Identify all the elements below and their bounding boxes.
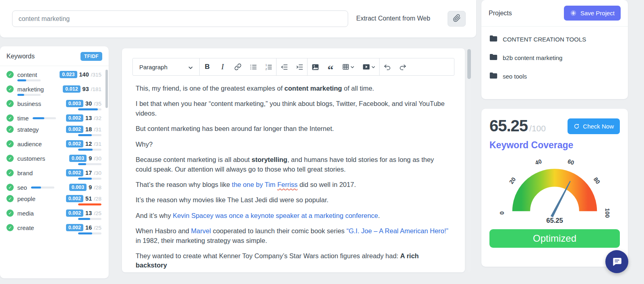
italic-button[interactable]: I (215, 58, 230, 75)
keyword-term: content (17, 71, 37, 78)
indent-button[interactable] (292, 58, 307, 75)
plus-circle-icon (570, 10, 577, 17)
editor-paragraph: And it’s why Kevin Spacey was once a key… (136, 211, 451, 220)
text-run: cooperated to launch their comic book se… (211, 227, 347, 234)
keyword-row[interactable]: ✓time0.00213/32 (6, 112, 101, 123)
undo-button[interactable] (380, 58, 395, 75)
check-icon: ✓ (6, 85, 14, 93)
text-run: storytelling (252, 156, 287, 163)
keyword-row[interactable]: ✓strategy0.00218/31 (6, 123, 101, 137)
check-now-button[interactable]: Check Now (568, 118, 620, 134)
text-link[interactable]: Kevin Spacey was once a keynote speaker … (173, 212, 378, 219)
keyword-term: customers (17, 155, 45, 162)
text-link[interactable]: Marvel (191, 227, 211, 234)
text-link[interactable]: “G.I. Joe – A Real American Hero!” (347, 227, 448, 234)
project-folder-item[interactable]: seo tools (481, 67, 628, 85)
project-folder-item[interactable]: CONTENT CREATION TOOLS (481, 30, 628, 48)
text-run: did so well in 2017. (297, 181, 356, 188)
numbered-list-button[interactable]: 1 2 (261, 58, 276, 75)
text-run: This, my friend, is one of the greatest … (136, 85, 285, 92)
keyword-total: /315 (91, 72, 101, 78)
link-icon (234, 63, 242, 70)
keyword-line: ✓media0.00213/25 (6, 209, 101, 217)
chat-icon (612, 257, 622, 267)
refresh-icon (574, 123, 580, 129)
keyword-total: /28 (94, 184, 101, 191)
keyword-row[interactable]: ✓business0.00330/35 (6, 97, 101, 112)
keyword-progress-fill (78, 134, 92, 136)
project-folder-item[interactable]: b2b content marketing (481, 48, 628, 67)
keyword-metrics: 0.00213/32 (66, 114, 101, 122)
keyword-row[interactable]: ✓content0.023140/315 (6, 68, 101, 83)
keyword-progress-line (6, 149, 101, 151)
check-now-label: Check Now (583, 123, 614, 130)
keyword-row[interactable]: ✓people0.00251/28 (6, 192, 101, 207)
outdent-button[interactable] (277, 58, 292, 75)
bullet-list-button[interactable] (246, 58, 261, 75)
insert-media-button[interactable] (358, 58, 379, 75)
table-icon (342, 63, 349, 70)
editor-paragraph: Why? (136, 140, 451, 149)
redo-button[interactable] (395, 58, 410, 75)
keyword-total: /181 (91, 86, 101, 92)
keyword-row[interactable]: ✓media0.00213/25 (6, 207, 101, 221)
keyword-progress-fill (78, 232, 92, 234)
keyword-metrics: 0.01293/181 (63, 85, 101, 93)
content-scrollbar[interactable] (467, 49, 471, 272)
chevron-down-icon (188, 64, 193, 70)
keyword-progress-line (6, 163, 101, 165)
keywords-list: ✓content0.023140/315✓marketing0.01293/18… (0, 66, 109, 236)
content-scrollbar-thumb[interactable] (467, 49, 471, 79)
keyword-metrics: 0.023140/315 (60, 71, 101, 78)
paragraph-format-dropdown[interactable]: Paragraph (133, 58, 200, 75)
extract-url-button[interactable] (448, 11, 466, 27)
topbar: Extract Content from Web (0, 0, 476, 37)
keyword-progress-fill (33, 117, 44, 119)
text-run: It’s the reason why movies like The Last… (136, 196, 328, 203)
keyword-line: ✓people0.00251/28 (6, 195, 101, 202)
keyword-score-badge: 0.002 (66, 209, 83, 217)
bold-button[interactable]: B (200, 58, 215, 75)
keywords-scrollbar-thumb[interactable] (105, 70, 108, 108)
insert-image-button[interactable] (308, 58, 323, 75)
text-run: And it’s why (136, 212, 173, 219)
text-run: Why? (136, 141, 153, 148)
folder-label: CONTENT CREATION TOOLS (503, 36, 586, 43)
link-button[interactable] (230, 58, 246, 75)
keyword-count: 51 (85, 195, 92, 202)
save-project-button[interactable]: Save Project (564, 6, 621, 21)
search-input[interactable] (12, 10, 348, 27)
optimized-status-button[interactable]: Optimized (489, 229, 620, 248)
keywords-panel: Keywords TFIDF ✓content0.023140/315✓mark… (0, 46, 109, 278)
text-link[interactable]: the one by Tim (232, 181, 277, 188)
keyword-coverage-heading: Keyword Coverage (481, 135, 628, 151)
text-run: Because content marketing is all about (136, 156, 252, 163)
insert-table-button[interactable] (338, 58, 358, 75)
editor-content[interactable]: This, my friend, is one of the greatest … (122, 76, 465, 270)
keyword-total: /30 (94, 170, 101, 176)
keyword-row[interactable]: ✓marketing0.01293/181 (6, 83, 101, 97)
keyword-line: ✓customers0.0039/30 (6, 155, 101, 162)
keyword-row[interactable]: ✓create0.00216/25 (6, 221, 101, 236)
editor-paragraph: Because content marketing is all about s… (136, 155, 451, 174)
keyword-row[interactable]: ✓audience0.00212/31 (6, 137, 101, 152)
score-denominator: /100 (529, 124, 546, 133)
blockquote-button[interactable]: “ (323, 58, 338, 75)
keyword-term: marketing (17, 86, 44, 93)
keyword-row[interactable]: ✓customers0.0039/30 (6, 152, 101, 166)
keyword-count: 12 (85, 141, 92, 147)
keyword-row[interactable]: ✓brand0.00217/30 (6, 166, 101, 181)
keyword-progress-fill (78, 163, 86, 165)
keyword-progress-line (6, 232, 101, 234)
keyword-count: 9 (89, 184, 92, 191)
keyword-score-badge: 0.003 (66, 100, 83, 107)
text-link[interactable]: Ferriss (277, 181, 297, 188)
keyword-progress-fill (78, 178, 92, 180)
tfidf-badge[interactable]: TFIDF (80, 52, 102, 61)
keywords-scrollbar[interactable] (105, 70, 108, 273)
text-run: I bet that when you hear “content market… (136, 100, 445, 116)
keyword-progress-line (6, 218, 101, 220)
chat-launcher-button[interactable] (605, 250, 628, 273)
keyword-row[interactable]: ✓seo0.0039/28 (6, 181, 101, 192)
keyword-score-badge: 0.002 (66, 126, 83, 133)
